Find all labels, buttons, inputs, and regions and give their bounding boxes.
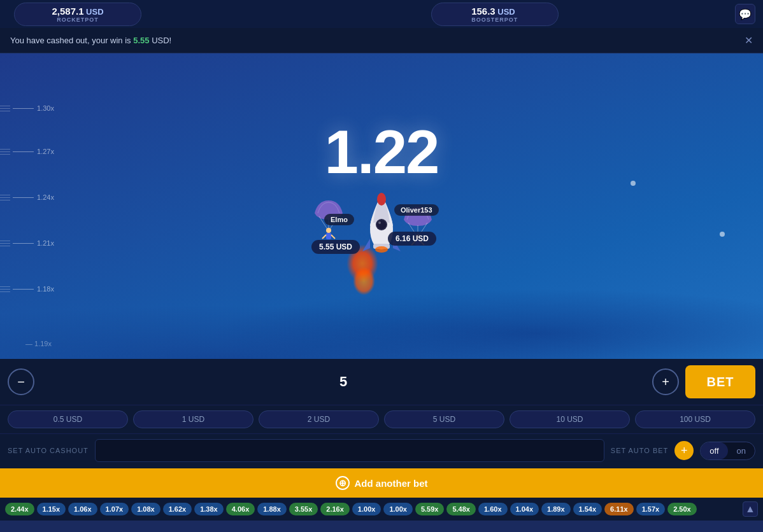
add-bet-label: Add another bet	[355, 478, 428, 489]
history-badge-12[interactable]: 1.00x	[383, 503, 413, 515]
auto-bet-toggle: off on	[700, 442, 755, 460]
history-badge-13[interactable]: 5.59x	[415, 503, 445, 515]
toggle-off-option[interactable]: off	[701, 442, 727, 459]
game-area: 1.30x 1.27x 1.24x	[0, 53, 763, 359]
quick-amount-0.5[interactable]: 0.5 USD	[8, 410, 128, 428]
scale-marker-121: 1.21x	[0, 239, 54, 247]
svg-line-12	[322, 235, 326, 239]
quick-amount-10[interactable]: 10 USD	[510, 410, 630, 428]
auto-cashout-label: SET AUTO CASHOUT	[8, 447, 89, 454]
rocketpot-label: ROCKETPOT	[52, 17, 103, 23]
top-bar: 2,587.1 USD ROCKETPOT 156.3 USD BOOSTERP…	[0, 0, 763, 28]
svg-line-13	[331, 235, 335, 239]
svg-rect-11	[326, 233, 331, 239]
history-badge-8[interactable]: 1.88x	[257, 503, 287, 515]
win-badge-elmo: 5.55 USD	[311, 240, 360, 254]
glow-dot-1	[631, 181, 636, 186]
svg-point-10	[326, 228, 331, 233]
scale-marker-124: 1.24x	[0, 193, 54, 201]
svg-point-4	[378, 221, 381, 224]
add-bet-icon: ⊕	[336, 476, 350, 490]
scale-bottom: — 1.19x	[25, 340, 52, 347]
scale-marker-118: 1.18x	[0, 285, 54, 293]
quick-amount-5[interactable]: 5 USD	[384, 410, 504, 428]
win-amount: 5.55	[133, 36, 149, 45]
increase-bet-button[interactable]: +	[652, 368, 679, 395]
history-badge-2[interactable]: 1.06x	[68, 503, 97, 515]
boosterpot-amount: 156.3	[471, 6, 496, 17]
quick-amount-1[interactable]: 1 USD	[133, 410, 253, 428]
history-badge-19[interactable]: 6.11x	[604, 503, 634, 515]
svg-point-1	[377, 193, 386, 206]
boosterpot-label: BOOSTERPOT	[471, 17, 518, 23]
controls-section: − 5 + BET 0.5 USD 1 USD 2 USD 5 USD 10 U…	[0, 359, 763, 468]
bet-row: − 5 + BET	[0, 359, 763, 405]
history-badge-21[interactable]: 2.50x	[667, 503, 697, 515]
bet-amount-display: 5	[41, 374, 646, 390]
rocketpot-amount: 2,587.1	[52, 6, 83, 17]
rocket-flame-inner	[353, 267, 375, 295]
notification-text: You have cashed out, your win is 5.55 US…	[10, 36, 171, 45]
history-badge-7[interactable]: 4.06x	[226, 503, 255, 515]
history-badge-10[interactable]: 2.16x	[320, 503, 350, 515]
quick-amount-2[interactable]: 2 USD	[259, 410, 379, 428]
auto-bet-label: SET AUTO BET	[611, 447, 668, 454]
glow-dot-2	[720, 232, 725, 237]
scale-marker-127: 1.27x	[0, 148, 54, 155]
player-label-oliver: Oliver153	[394, 204, 439, 216]
scale-marker-130: 1.30x	[0, 104, 54, 112]
auto-cashout-input[interactable]	[95, 439, 604, 462]
svg-point-6	[375, 246, 388, 253]
auto-bet-plus-button[interactable]: +	[674, 441, 694, 460]
bet-button[interactable]: BET	[685, 365, 755, 398]
scale-axis: 1.30x 1.27x 1.24x	[0, 92, 54, 346]
decrease-bet-button[interactable]: −	[8, 368, 34, 395]
svg-point-3	[377, 220, 386, 229]
auto-section: SET AUTO CASHOUT SET AUTO BET + off on	[0, 434, 763, 468]
history-badge-14[interactable]: 5.48x	[446, 503, 476, 515]
history-badge-6[interactable]: 1.38x	[194, 503, 224, 515]
quick-amounts-row: 0.5 USD 1 USD 2 USD 5 USD 10 USD 100 USD	[0, 405, 763, 434]
history-badge-4[interactable]: 1.08x	[131, 503, 160, 515]
rocket-svg	[359, 188, 404, 258]
notification-close-button[interactable]: ✕	[745, 34, 753, 46]
history-badge-5[interactable]: 1.62x	[163, 503, 192, 515]
rocketpot-display: 2,587.1 USD ROCKETPOT	[14, 3, 141, 26]
notification-bar: You have cashed out, your win is 5.55 US…	[0, 28, 763, 53]
boosterpot-display: 156.3 USD BOOSTERPOT	[431, 3, 559, 26]
rocketpot-currency: USD	[86, 7, 103, 17]
history-badge-16[interactable]: 1.04x	[510, 503, 539, 515]
history-badge-9[interactable]: 3.55x	[289, 503, 318, 515]
history-row: 2.44x1.15x1.06x1.07x1.08x1.62x1.38x4.06x…	[0, 498, 763, 521]
rocket	[359, 188, 404, 260]
history-badge-15[interactable]: 1.60x	[478, 503, 508, 515]
history-badge-0[interactable]: 2.44x	[5, 503, 34, 515]
history-badge-20[interactable]: 1.57x	[636, 503, 666, 515]
history-badge-1[interactable]: 1.15x	[37, 503, 66, 515]
add-another-bet-bar[interactable]: ⊕ Add another bet	[0, 468, 763, 498]
history-badge-11[interactable]: 1.00x	[352, 503, 382, 515]
quick-amount-100[interactable]: 100 USD	[635, 410, 755, 428]
history-badge-17[interactable]: 1.89x	[541, 503, 571, 515]
win-badge-oliver: 6.16 USD	[388, 232, 436, 246]
boosterpot-currency: USD	[497, 7, 515, 17]
toggle-on-option[interactable]: on	[728, 442, 755, 459]
history-badge-18[interactable]: 1.54x	[573, 503, 603, 515]
history-badge-3[interactable]: 1.07x	[100, 503, 129, 515]
chat-icon[interactable]: 💬	[735, 4, 755, 24]
multiplier-display: 1.22	[325, 117, 439, 187]
player-label-elmo: Elmo	[324, 214, 354, 225]
history-collapse-button[interactable]: ▲	[743, 501, 758, 517]
